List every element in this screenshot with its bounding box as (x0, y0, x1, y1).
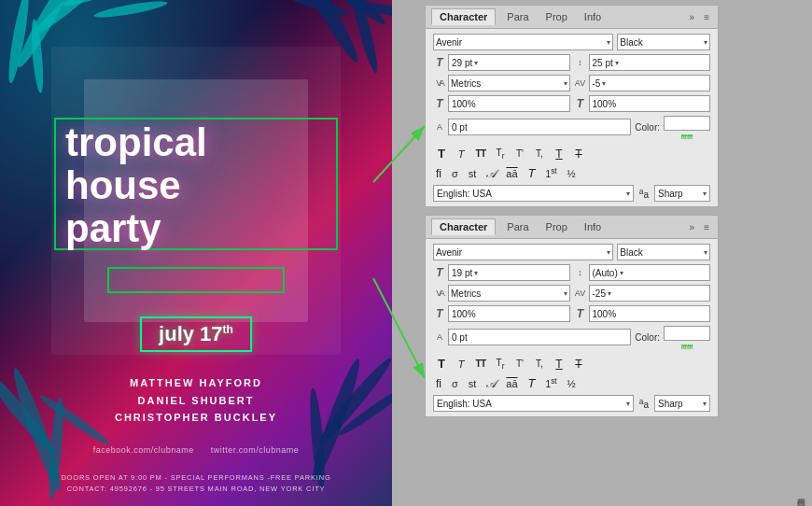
panel2-scalev-group: T 100% (574, 305, 711, 322)
strikethrough-btn[interactable]: T (570, 147, 587, 162)
p2-allcaps-btn[interactable]: TT (472, 358, 489, 370)
tab2-character[interactable]: Character (431, 218, 496, 235)
panel1-font-size[interactable]: 29 pt ▾ (448, 54, 570, 71)
panel1-scale-v[interactable]: 100% (589, 95, 711, 112)
panel2-kerning-row: VA Metrics ▾ AV -25 ▾ (433, 285, 710, 302)
panel2-baseline[interactable]: 0 pt (448, 329, 631, 345)
tab1-info[interactable]: Info (577, 9, 609, 24)
panel1-baseline[interactable]: 0 pt (448, 119, 631, 135)
panel2-color-hex: ffffff (664, 343, 710, 351)
panel2-font-name[interactable]: Avenir ▾ (433, 244, 613, 260)
footer-info: DOORS OPEN AT 9:00 PM - SPECIAL PERFORMA… (0, 472, 392, 495)
title-line3: party (65, 207, 327, 250)
p2-italic-btn[interactable]: T (453, 358, 469, 371)
p2-titling-btn[interactable]: aā (503, 377, 520, 390)
p2-bold-btn[interactable]: T (433, 356, 450, 372)
panel2-scale-row: T 100% T 100% (433, 305, 710, 322)
superscript2-btn[interactable]: 1st (543, 165, 560, 180)
contextual-btn[interactable]: T (525, 165, 539, 181)
tab2-para[interactable]: Para (499, 219, 536, 234)
title-line2: house (65, 164, 327, 207)
panel2-menu-icon[interactable]: ≡ (701, 221, 712, 233)
panel1-header: Character Para Prop Info » ≡ (426, 6, 718, 29)
fraction-btn[interactable]: ½ (565, 167, 579, 180)
panel2-baseline-group: A 0 pt (433, 329, 631, 345)
panel2-body: Avenir ▾ Black ▾ T 19 pt ▾ (426, 239, 718, 416)
panel2-color-group: Color: ffffff (635, 326, 710, 348)
panel1-scalev-group: T 100% (574, 95, 711, 112)
stylistic-btn[interactable]: 𝒜 (483, 166, 498, 181)
panel1-size-row: T 29 pt ▾ ↕ 25 pt ▾ (433, 54, 710, 71)
smallcaps-btn[interactable]: Tr (492, 147, 509, 162)
tab2-info[interactable]: Info (577, 219, 609, 234)
p2-ordinal-btn[interactable]: σ (449, 377, 461, 390)
tab2-prop[interactable]: Prop (539, 219, 575, 234)
italic-btn[interactable]: T (453, 148, 469, 161)
p2-fi-ligature-btn[interactable]: fi (433, 376, 444, 391)
tab1-prop[interactable]: Prop (539, 9, 575, 24)
p2-size-chevron: ▾ (474, 269, 478, 277)
panel2-scale-v[interactable]: 100% (589, 305, 711, 322)
panel1-menu-icon[interactable]: ≡ (701, 11, 712, 23)
allcaps-btn[interactable]: TT (472, 148, 489, 160)
main-layout: tropical house party july 17th MATTHEW H… (0, 0, 812, 506)
panel1-font-name[interactable]: Avenir ▾ (433, 34, 613, 50)
panel1-tracking[interactable]: -5 ▾ (589, 75, 711, 91)
panel1-scale-row: T 100% T 100% (433, 95, 710, 112)
ordinal-btn[interactable]: σ (449, 167, 461, 180)
superscript-btn[interactable]: T' (511, 148, 528, 160)
panel1-tracking-method[interactable]: Metrics ▾ (448, 75, 570, 91)
panel2-double-arrow-icon[interactable]: » (687, 221, 698, 233)
p2-subscript-btn[interactable]: T, (531, 358, 548, 370)
p2-contextual-btn[interactable]: T (525, 375, 539, 391)
panel2-tracking-method[interactable]: Metrics ▾ (448, 285, 570, 302)
footer-line1: DOORS OPEN AT 9:00 PM - SPECIAL PERFORMA… (0, 472, 392, 484)
panel2-kerning-group: VA Metrics ▾ (433, 285, 570, 302)
panel2-leading[interactable]: (Auto) ▾ (589, 264, 711, 281)
p2-fraction-btn[interactable]: ½ (565, 377, 579, 390)
leading-chevron: ▾ (615, 59, 619, 67)
panel2-tracking[interactable]: -25 ▾ (589, 285, 711, 302)
tab1-character[interactable]: Character (431, 8, 496, 25)
p2-superscript2-btn[interactable]: 1st (543, 375, 560, 390)
font-name-chevron: ▾ (607, 38, 610, 47)
panel2-color-swatch[interactable] (664, 326, 710, 341)
p2-stylistic-btn[interactable]: 𝒜 (483, 376, 498, 391)
character-panel-2: Character Para Prop Info » ≡ Avenir ▾ (425, 215, 719, 417)
panel2-size-group: T 19 pt ▾ (433, 264, 570, 281)
subscript-btn[interactable]: T, (531, 148, 548, 160)
panel2-lang-select[interactable]: English: USA ▾ (433, 395, 634, 412)
panel1-leading[interactable]: 25 pt ▾ (589, 54, 711, 71)
p2-scalev-icon: T (574, 307, 587, 320)
artist2: DANIEL SHUBERT (0, 392, 392, 410)
panel1-color-swatch[interactable] (664, 116, 710, 131)
panel1-double-arrow-icon[interactable]: » (687, 11, 698, 23)
fi-ligature-btn[interactable]: fi (433, 166, 444, 181)
panel1-lang-select[interactable]: English: USA ▾ (433, 185, 634, 202)
p2-tracking-icon: AV (574, 288, 587, 298)
panel2-font-size[interactable]: 19 pt ▾ (448, 264, 570, 281)
panel1-scale-h[interactable]: 100% (448, 95, 570, 112)
panel1-fi-row: fi σ st 𝒜 aā T 1st ½ (433, 165, 710, 181)
panel2-tracking-group: AV -25 ▾ (574, 285, 711, 302)
titling-btn[interactable]: aā (503, 167, 520, 180)
swash-btn[interactable]: st (466, 167, 480, 180)
panel1-font-style[interactable]: Black ▾ (617, 34, 710, 50)
p2-smallcaps-btn[interactable]: Tr (492, 357, 509, 372)
p2-underline-btn[interactable]: T (551, 357, 567, 372)
underline-btn[interactable]: T (551, 147, 567, 162)
panel2-aa-select[interactable]: Sharp ▾ (654, 395, 710, 412)
panel2-scaleh-group: T 100% (433, 305, 570, 322)
panel2-lang-row: English: USA ▾ aa Sharp ▾ (433, 395, 710, 412)
kerning-icon: VA (433, 78, 446, 88)
panel1-aa-select[interactable]: Sharp ▾ (654, 185, 710, 202)
tab1-para[interactable]: Para (499, 9, 536, 24)
artist1: MATTHEW HAYFORD (0, 374, 392, 392)
p2-superscript-btn[interactable]: T' (511, 358, 528, 370)
p2-strikethrough-btn[interactable]: T (570, 357, 587, 372)
panel2-scale-h[interactable]: 100% (448, 305, 570, 322)
bold-btn[interactable]: T (433, 146, 450, 162)
panel2-font-style[interactable]: Black ▾ (617, 244, 710, 260)
svg-point-4 (93, 0, 169, 21)
p2-swash-btn[interactable]: st (466, 377, 480, 390)
